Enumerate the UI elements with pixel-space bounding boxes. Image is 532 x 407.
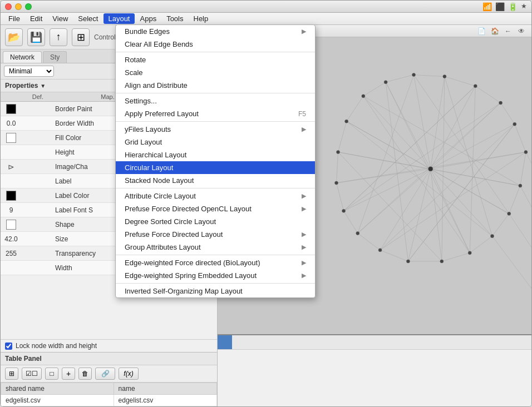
table-row: edgelist.csv edgelist.csv bbox=[1, 395, 217, 406]
menu-edge-weighted-spring[interactable]: Edge-weighted Spring Embedded Layout ▶ bbox=[116, 269, 315, 282]
svg-point-82 bbox=[499, 101, 503, 105]
menu-align-distribute[interactable]: Align and Distribute bbox=[116, 79, 315, 92]
menu-settings[interactable]: Settings... bbox=[116, 95, 315, 107]
svg-point-77 bbox=[362, 95, 365, 98]
divider-5 bbox=[116, 255, 315, 255]
table-panel: Table Panel ⊞ ☑☐ □ + 🗑 🔗 f(x) shared nam… bbox=[1, 352, 217, 406]
menu-layout[interactable]: Layout bbox=[104, 13, 134, 24]
svg-point-75 bbox=[337, 151, 340, 154]
properties-label: Properties bbox=[5, 82, 38, 90]
table-link-btn[interactable]: 🔗 bbox=[95, 368, 115, 380]
bluetooth-icon: ⬛ bbox=[495, 2, 505, 11]
menu-edge-weighted-bio[interactable]: Edge-weighted Force directed (BioLayout)… bbox=[116, 256, 315, 269]
menu-apps[interactable]: Apps bbox=[136, 13, 161, 24]
bottom-tab-bar bbox=[218, 335, 531, 350]
session-tool-file[interactable]: 📄 bbox=[476, 26, 487, 36]
menu-select[interactable]: Select bbox=[73, 13, 102, 24]
col-def: Def. bbox=[3, 93, 73, 100]
menu-scale[interactable]: Scale bbox=[116, 66, 315, 79]
menu-circular-layout[interactable]: Circular Layout bbox=[116, 161, 315, 174]
bio-arrow: ▶ bbox=[302, 259, 306, 266]
prefuse-directed-arrow: ▶ bbox=[302, 231, 306, 238]
menu-help[interactable]: Help bbox=[189, 13, 213, 24]
tab-style[interactable]: Sty bbox=[43, 51, 67, 63]
menu-clear-edge-bends[interactable]: Clear All Edge Bends bbox=[116, 38, 315, 51]
svg-point-68 bbox=[468, 251, 471, 255]
menu-apply-preferred[interactable]: Apply Preferred Layout F5 bbox=[116, 107, 315, 120]
svg-point-81 bbox=[474, 85, 477, 88]
lock-row: Lock node width and height bbox=[1, 339, 217, 352]
menu-view[interactable]: View bbox=[48, 13, 72, 24]
table-split-btn[interactable]: ⊞ bbox=[5, 368, 18, 380]
minimize-button[interactable] bbox=[15, 3, 22, 10]
menu-grid-layout[interactable]: Grid Layout bbox=[116, 136, 315, 148]
fill-color-swatch[interactable] bbox=[6, 133, 16, 143]
svg-point-83 bbox=[428, 167, 433, 171]
divider-2 bbox=[116, 93, 315, 93]
shape-swatch[interactable] bbox=[6, 220, 16, 230]
close-button[interactable] bbox=[5, 3, 12, 10]
label-color-swatch[interactable] bbox=[6, 191, 16, 201]
menu-inverted-som[interactable]: Inverted Self-Organizing Map Layout bbox=[116, 285, 315, 297]
divider-3 bbox=[116, 121, 315, 122]
menu-rotate[interactable]: Rotate bbox=[116, 53, 315, 66]
table-fx-btn[interactable]: f(x) bbox=[119, 368, 139, 380]
menu-attribute-circle[interactable]: Attribute Circle Layout ▶ bbox=[116, 190, 315, 202]
svg-point-76 bbox=[345, 120, 348, 123]
cell-name: edgelist.csv bbox=[114, 395, 216, 406]
table-add-btn[interactable]: + bbox=[62, 368, 75, 380]
grid-button[interactable]: ⊞ bbox=[72, 28, 90, 46]
lock-checkbox[interactable] bbox=[5, 343, 12, 350]
bottom-table-area bbox=[218, 334, 531, 406]
svg-point-80 bbox=[443, 75, 446, 78]
spring-arrow: ▶ bbox=[302, 272, 306, 279]
menu-prefuse-opencl[interactable]: Prefuse Force Directed OpenCL Layout ▶ bbox=[116, 202, 315, 215]
session-tool-eye[interactable]: 👁 bbox=[516, 26, 527, 36]
menu-edit[interactable]: Edit bbox=[26, 13, 47, 24]
wifi-icon: 📶 bbox=[482, 2, 492, 11]
svg-point-74 bbox=[334, 181, 338, 185]
svg-point-71 bbox=[378, 249, 382, 252]
menu-stacked-node[interactable]: Stacked Node Layout bbox=[116, 174, 315, 187]
table-delete-btn[interactable]: 🗑 bbox=[78, 368, 92, 380]
table-toolbar: ⊞ ☑☐ □ + 🗑 🔗 f(x) bbox=[1, 365, 217, 383]
svg-point-73 bbox=[342, 209, 346, 212]
svg-point-79 bbox=[412, 73, 415, 77]
menu-group-attributes[interactable]: Group Attributes Layout ▶ bbox=[116, 241, 315, 254]
table-panel-header: Table Panel bbox=[1, 353, 217, 365]
svg-point-78 bbox=[384, 81, 387, 84]
menu-degree-sorted[interactable]: Degree Sorted Circle Layout bbox=[116, 215, 315, 228]
menu-tools[interactable]: Tools bbox=[162, 13, 188, 24]
table-check-btn[interactable]: ☑☐ bbox=[22, 368, 42, 380]
svg-point-63 bbox=[513, 122, 516, 126]
maximize-button[interactable] bbox=[25, 3, 32, 10]
menu-prefuse-directed[interactable]: Prefuse Force Directed Layout ▶ bbox=[116, 228, 315, 241]
tab-network[interactable]: Network bbox=[3, 51, 42, 63]
border-width-value: 0.0 bbox=[4, 120, 18, 127]
table-empty-btn[interactable]: □ bbox=[45, 368, 58, 380]
session-tool-arrow[interactable]: ← bbox=[503, 26, 514, 36]
yfiles-arrow: ▶ bbox=[302, 126, 306, 133]
label-font-value: 9 bbox=[7, 206, 16, 214]
menu-file[interactable]: File bbox=[4, 13, 24, 24]
open-button[interactable]: 📂 bbox=[5, 28, 23, 46]
layout-dropdown-menu: Bundle Edges ▶ Clear All Edge Bends Rota… bbox=[115, 24, 316, 298]
menu-hierarchical-layout[interactable]: Hierarchical Layout bbox=[116, 148, 315, 161]
menu-bar: File Edit View Select Layout Apps Tools … bbox=[1, 13, 531, 25]
svg-point-64 bbox=[524, 151, 528, 154]
divider-6 bbox=[116, 283, 315, 284]
menu-bundle-edges[interactable]: Bundle Edges ▶ bbox=[116, 25, 315, 38]
border-paint-swatch[interactable] bbox=[6, 104, 16, 114]
menu-yfiles[interactable]: yFiles Layouts ▶ bbox=[116, 123, 315, 136]
share-icon: ↑ bbox=[56, 31, 61, 43]
save-button[interactable]: 💾 bbox=[27, 28, 45, 46]
title-bar: 📶 ⬛ 🔋 ★ bbox=[1, 1, 531, 13]
style-dropdown[interactable]: Minimal bbox=[4, 66, 54, 77]
battery-icon: 🔋 bbox=[508, 2, 518, 11]
session-tool-home[interactable]: 🏠 bbox=[489, 26, 500, 36]
col-shared-name: shared name bbox=[1, 383, 114, 395]
prefuse-opencl-arrow: ▶ bbox=[302, 205, 306, 212]
divider-4 bbox=[116, 188, 315, 188]
share-button[interactable]: ↑ bbox=[50, 28, 67, 46]
attr-circle-arrow: ▶ bbox=[302, 192, 306, 200]
